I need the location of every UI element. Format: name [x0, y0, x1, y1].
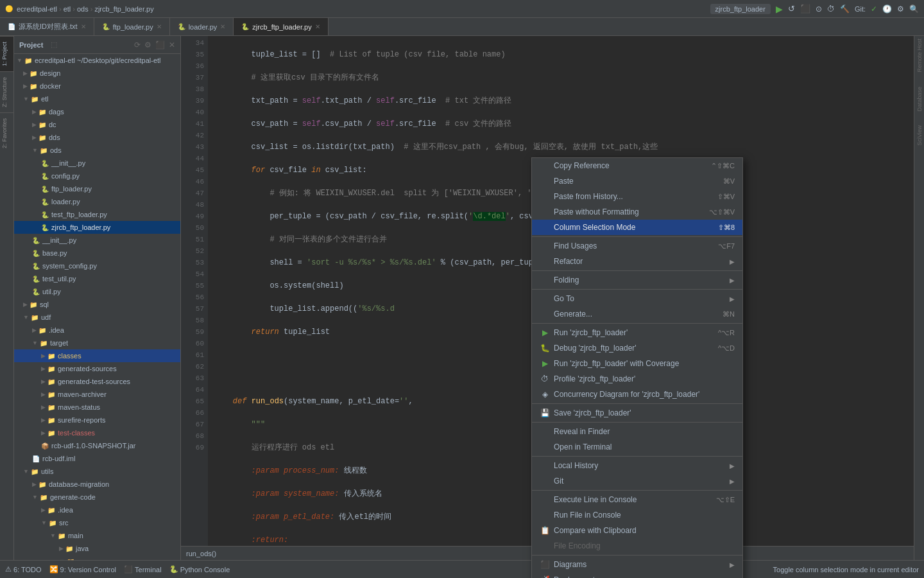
- git-check[interactable]: ✓: [871, 4, 877, 13]
- tree-udf[interactable]: ▼ 📁 udf: [14, 311, 180, 324]
- menu-reveal-finder[interactable]: Reveal in Finder: [532, 424, 742, 439]
- tree-gen-test-sources[interactable]: ▶ 📁 generated-test-sources: [14, 375, 180, 388]
- database-label[interactable]: Database: [916, 87, 923, 112]
- menu-col-select[interactable]: Column Selection Mode ⇧⌘8: [532, 220, 742, 235]
- tree-target[interactable]: ▼ 📁 target: [14, 337, 180, 349]
- tree-java[interactable]: ▶ 📁 java: [14, 542, 180, 555]
- sidebar-icon-external[interactable]: ⬚: [51, 40, 57, 49]
- tab-zjrcb[interactable]: 🐍 zjrcb_ftp_loader.py ✕: [234, 18, 328, 35]
- tree-maven-archiver[interactable]: ▶ 📁 maven-archiver: [14, 388, 180, 401]
- menu-concurrency[interactable]: ◈Concurrency Diagram for 'zjrcb_ftp_load…: [532, 387, 742, 402]
- tree-dds[interactable]: ▶ 📁 dds: [14, 131, 180, 144]
- tree-surefire-reports[interactable]: ▶ 📁 surefire-reports: [14, 414, 180, 426]
- menu-generate[interactable]: Generate... ⌘N: [532, 306, 742, 322]
- rerun-button[interactable]: ↺: [788, 4, 795, 13]
- run-button[interactable]: ▶: [776, 4, 783, 14]
- remote-host-label[interactable]: Remote Host: [916, 39, 923, 73]
- tree-rcb-udf-jar[interactable]: 📦 rcb-udf-1.0-SNAPSHOT.jar: [14, 439, 180, 452]
- tab-ftp-loader[interactable]: 🐍 ftp_loader.py ✕: [94, 18, 170, 35]
- tree-dc[interactable]: ▶ 📁 dc: [14, 118, 180, 131]
- tree-design[interactable]: ▶ 📁 design: [14, 67, 180, 80]
- menu-copy-reference[interactable]: Copy Reference ⌃⇧⌘C: [532, 158, 742, 173]
- menu-execute-line[interactable]: Execute Line in Console ⌥⇧E: [532, 492, 742, 507]
- tab-loader-close[interactable]: ✕: [220, 23, 225, 30]
- tree-ods[interactable]: ▼ 📁 ods: [14, 144, 180, 157]
- menu-compare-clipboard[interactable]: 📋Compare with Clipboard: [532, 523, 742, 538]
- menu-run-file[interactable]: Run File in Console: [532, 507, 742, 523]
- sciview-label[interactable]: SciView: [916, 125, 923, 146]
- tree-system-config-py[interactable]: 🐍 system_config.py: [14, 259, 180, 272]
- menu-goto[interactable]: Go To ▶: [532, 291, 742, 306]
- tree-docker[interactable]: ▶ 📁 docker: [14, 80, 180, 92]
- tree-test-util-py[interactable]: 🐍 test_util.py: [14, 272, 180, 285]
- tree-src[interactable]: ▼ 📁 src: [14, 516, 180, 529]
- tree-main[interactable]: ▼ 📁 main: [14, 529, 180, 542]
- menu-local-history[interactable]: Local History ▶: [532, 458, 742, 473]
- sidebar-settings-icon[interactable]: ⚙: [144, 40, 151, 49]
- tree-test-classes[interactable]: ▶ 📁 test-classes: [14, 426, 180, 439]
- tab-yuanxitong[interactable]: 📄 源系统ID对照表.txt ✕: [0, 18, 94, 35]
- tree-gen-sources[interactable]: ▶ 📁 generated-sources: [14, 362, 180, 375]
- build-button[interactable]: 🔨: [840, 4, 850, 13]
- tree-utils[interactable]: ▼ 📁 utils: [14, 465, 180, 478]
- todo-button[interactable]: ⚠ 6: TODO: [5, 565, 42, 574]
- tree-test-ftp-loader-py[interactable]: 🐍 test_ftp_loader.py: [14, 208, 180, 221]
- tree-maven-status[interactable]: ▶ 📁 maven-status: [14, 401, 180, 414]
- tree-zjrcb-ftp-loader-py[interactable]: 🐍 zjrcb_ftp_loader.py: [14, 221, 180, 234]
- tree-classes[interactable]: ▶ 📁 classes: [14, 349, 180, 362]
- tree-init-py2[interactable]: 🐍 __init__.py: [14, 234, 180, 247]
- search-button[interactable]: 🔍: [909, 4, 919, 13]
- stop-button[interactable]: ⬛: [800, 4, 810, 13]
- version-control-button[interactable]: 🔀 9: Version Control: [49, 565, 116, 574]
- menu-save[interactable]: 💾Save 'zjrcb_ftp_loader': [532, 405, 742, 421]
- menu-run-coverage[interactable]: ▶Run 'zjrcb_ftp_loader' with Coverage: [532, 356, 742, 371]
- menu-paste-history[interactable]: Paste from History... ⇧⌘V: [532, 189, 742, 204]
- settings-button[interactable]: ⚙: [897, 4, 904, 13]
- tree-sql[interactable]: ▶ 📁 sql: [14, 298, 180, 311]
- menu-profile[interactable]: ⏱Profile 'zjrcb_ftp_loader': [532, 371, 742, 387]
- menu-deployment[interactable]: 🚀Deployment ▶: [532, 572, 742, 578]
- git-history-btn[interactable]: 🕐: [882, 4, 892, 13]
- vtab-favorites[interactable]: 2: Favorites: [0, 112, 13, 153]
- tree-etl[interactable]: ▼ 📁 etl: [14, 92, 180, 105]
- menu-find-usages[interactable]: Find Usages ⌥F7: [532, 238, 742, 254]
- tab-yuanxitong-close[interactable]: ✕: [81, 23, 86, 30]
- menu-diagrams[interactable]: ⬛Diagrams ▶: [532, 557, 742, 572]
- sidebar-collapse-icon[interactable]: ⬛: [155, 40, 165, 49]
- tree-base-py[interactable]: 🐍 base.py: [14, 247, 180, 259]
- sidebar-sync-icon[interactable]: ⟳: [134, 40, 141, 49]
- coverage-button[interactable]: ⊙: [816, 4, 822, 13]
- menu-git[interactable]: Git ▶: [532, 473, 742, 489]
- tree-db-migration[interactable]: ▶ 📁 database-migration: [14, 478, 180, 491]
- tree-rcb-udf-iml[interactable]: 📄 rcb-udf.iml: [14, 452, 180, 465]
- tab-ftp-loader-close[interactable]: ✕: [157, 23, 162, 30]
- tree-dags[interactable]: ▶ 📁 dags: [14, 105, 180, 118]
- sidebar-close-icon[interactable]: ✕: [169, 40, 175, 49]
- tree-ftp-loader-py[interactable]: 🐍 ftp_loader.py: [14, 182, 180, 195]
- tree-resources[interactable]: ▼ 📁 resources: [14, 555, 180, 560]
- tree-init-py1[interactable]: 🐍 __init__.py: [14, 157, 180, 170]
- menu-run[interactable]: ▶Run 'zjrcb_ftp_loader' ^⌥R: [532, 325, 742, 340]
- terminal-button[interactable]: ⬛ Terminal: [124, 565, 162, 574]
- tab-loader[interactable]: 🐍 loader.py ✕: [170, 18, 234, 35]
- menu-open-terminal[interactable]: Open in Terminal: [532, 439, 742, 455]
- menu-folding[interactable]: Folding ▶: [532, 272, 742, 288]
- menu-paste-no-format[interactable]: Paste without Formatting ⌥⇧⌘V: [532, 204, 742, 220]
- profile-icon: ⏱: [540, 374, 550, 383]
- tab-zjrcb-close[interactable]: ✕: [315, 23, 320, 30]
- sql-label: sql: [40, 301, 49, 308]
- python-console-button[interactable]: 🐍 Python Console: [169, 565, 230, 574]
- tree-gen-code[interactable]: ▼ 📁 generate-code: [14, 491, 180, 504]
- menu-paste[interactable]: Paste ⌘V: [532, 173, 742, 189]
- menu-refactor[interactable]: Refactor ▶: [532, 254, 742, 269]
- tree-root[interactable]: ▼ 📁 ecreditpal-etl ~/Desktop/git/ecredit…: [14, 54, 180, 67]
- vtab-structure[interactable]: Z: Structure: [0, 71, 13, 112]
- tree-idea2[interactable]: ▶ 📁 .idea: [14, 504, 180, 516]
- tree-idea[interactable]: ▶ 📁 .idea: [14, 324, 180, 337]
- tree-util-py[interactable]: 🐍 util.py: [14, 285, 180, 298]
- menu-debug[interactable]: 🐛Debug 'zjrcb_ftp_loader' ^⌥D: [532, 340, 742, 356]
- tree-config-py[interactable]: 🐍 config.py: [14, 170, 180, 182]
- profile-button[interactable]: ⏱: [827, 4, 835, 13]
- vtab-project[interactable]: 1: Project: [0, 36, 13, 71]
- tree-loader-py[interactable]: 🐍 loader.py: [14, 195, 180, 208]
